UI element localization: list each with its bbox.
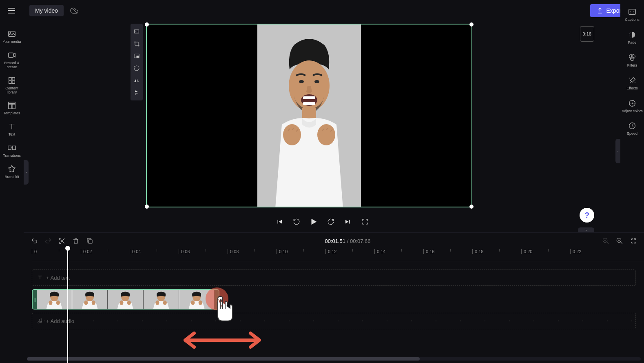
- ruler-mark: 0:14: [377, 249, 385, 254]
- svg-rect-11: [9, 102, 15, 104]
- right-label: Fade: [628, 41, 637, 45]
- sidebar-transitions[interactable]: Transitions: [0, 140, 24, 161]
- sidebar-content-library[interactable]: Content library: [0, 73, 24, 98]
- timeline-scrollbar[interactable]: [27, 357, 641, 361]
- delete-button[interactable]: [72, 237, 80, 245]
- ruler-mark: 0:12: [328, 249, 336, 254]
- sidebar-templates[interactable]: Templates: [0, 98, 24, 119]
- pip-tool[interactable]: [131, 50, 143, 62]
- cloud-sync-icon[interactable]: [70, 7, 78, 15]
- sidebar-your-media[interactable]: Your media: [0, 26, 24, 47]
- svg-rect-14: [8, 146, 11, 150]
- svg-point-29: [314, 80, 319, 83]
- text-track[interactable]: + Add text: [32, 269, 636, 286]
- rotate-tool[interactable]: [131, 62, 143, 74]
- clip-thumbnail: [108, 290, 143, 309]
- video-preview: [257, 24, 361, 207]
- play-button[interactable]: [309, 217, 319, 227]
- clip-thumbnail: [179, 290, 215, 309]
- fit-timeline-button[interactable]: [629, 237, 637, 245]
- video-canvas[interactable]: [146, 24, 472, 207]
- sidebar-brand-kit[interactable]: Brand kit: [0, 161, 24, 183]
- timeline-timecode: 00:01.51 / 00:07.66: [100, 238, 595, 244]
- ruler-mark: 0:04: [132, 249, 141, 254]
- sidebar-label: Templates: [3, 111, 20, 116]
- svg-point-56: [120, 301, 124, 305]
- help-button[interactable]: ?: [580, 208, 594, 223]
- flip-h-tool[interactable]: [131, 74, 143, 87]
- skip-end-button[interactable]: [343, 217, 353, 227]
- svg-point-52: [84, 301, 88, 305]
- ruler-mark: 0:02: [83, 249, 92, 254]
- resize-handle-bl[interactable]: [145, 205, 149, 209]
- sidebar-record-create[interactable]: Record & create: [0, 47, 24, 73]
- svg-point-60: [155, 301, 159, 305]
- right-fade[interactable]: Fade: [620, 26, 644, 49]
- tutorial-arrow-overlay: [179, 330, 265, 352]
- svg-point-65: [199, 301, 202, 305]
- timeline-scrollbar-thumb[interactable]: [27, 357, 420, 361]
- zoom-in-button[interactable]: [615, 237, 624, 245]
- sidebar-label: Record & create: [0, 61, 24, 69]
- clip-trim-left[interactable]: ||: [33, 290, 37, 309]
- canvas-toolbar: [131, 24, 143, 100]
- duplicate-button[interactable]: [86, 237, 94, 245]
- clip-thumbnail: [72, 290, 108, 309]
- svg-point-48: [49, 301, 52, 305]
- ruler-mark: 0:10: [279, 249, 288, 254]
- svg-point-37: [59, 242, 61, 244]
- svg-rect-10: [12, 81, 15, 83]
- resize-handle-tr[interactable]: [469, 22, 474, 27]
- sidebar-label: Text: [9, 133, 15, 137]
- sidebar-label: Brand kit: [4, 175, 19, 179]
- ruler-mark: 0:08: [230, 249, 239, 254]
- right-label: Filters: [627, 64, 637, 68]
- right-adjust-colors[interactable]: Adjust colors: [620, 95, 644, 118]
- svg-point-34: [283, 124, 301, 145]
- clip-trim-right[interactable]: ||: [215, 290, 219, 309]
- aspect-ratio-button[interactable]: 9:16: [580, 26, 594, 42]
- sidebar-text[interactable]: Text: [0, 119, 24, 140]
- svg-line-40: [606, 242, 609, 244]
- crop-tool[interactable]: [131, 38, 143, 50]
- flip-v-tool[interactable]: [131, 87, 143, 99]
- svg-rect-9: [9, 81, 11, 83]
- clip-thumbnail: [144, 290, 179, 309]
- rewind-button[interactable]: [292, 217, 301, 227]
- add-text-label: + Add text: [46, 275, 70, 281]
- sidebar-label: Your media: [2, 40, 21, 44]
- right-effects[interactable]: Effects: [620, 72, 644, 95]
- project-title[interactable]: My video: [29, 5, 64, 16]
- menu-button[interactable]: [7, 6, 16, 16]
- redo-button[interactable]: [44, 237, 52, 245]
- undo-button[interactable]: [30, 237, 38, 245]
- total-time: 00:07.66: [350, 238, 371, 244]
- svg-point-19: [631, 54, 635, 58]
- svg-rect-25: [137, 56, 139, 57]
- forward-button[interactable]: [326, 217, 336, 227]
- right-filters[interactable]: Filters: [620, 49, 644, 72]
- svg-rect-32: [303, 102, 315, 105]
- video-clip[interactable]: || ||: [32, 289, 219, 310]
- fullscreen-button[interactable]: [360, 217, 370, 227]
- current-time: 00:01.51: [325, 238, 345, 244]
- resize-handle-tl[interactable]: [145, 22, 149, 27]
- resize-handle-br[interactable]: [469, 205, 474, 209]
- audio-track[interactable]: + Add audio: [32, 313, 636, 329]
- right-label: Captions: [625, 18, 640, 22]
- sidebar-label: Content library: [0, 87, 24, 95]
- playhead[interactable]: [67, 249, 68, 363]
- zoom-out-button[interactable]: [602, 237, 610, 245]
- right-speed[interactable]: Speed: [620, 117, 644, 140]
- fit-tool[interactable]: [131, 25, 143, 38]
- right-label: Effects: [626, 87, 637, 91]
- svg-rect-6: [9, 53, 13, 57]
- right-captions[interactable]: Captions: [620, 3, 644, 26]
- timeline-ruler[interactable]: 0 0:02 0:04 0:06 0:08 0:10 0:12 0:14 0:1…: [32, 249, 644, 261]
- svg-point-61: [163, 301, 166, 305]
- split-button[interactable]: [58, 237, 66, 245]
- skip-start-button[interactable]: [274, 217, 284, 227]
- sidebar-label: Transitions: [3, 154, 21, 158]
- svg-rect-8: [12, 77, 15, 80]
- svg-point-57: [127, 301, 131, 305]
